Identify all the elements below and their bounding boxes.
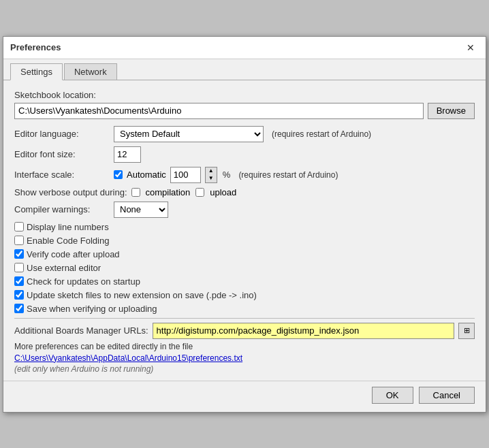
- tab-settings[interactable]: Settings: [10, 63, 63, 80]
- verify-code-label: Verify code after upload: [27, 249, 120, 259]
- editor-language-note: (requires restart of Arduino): [272, 129, 371, 139]
- editor-font-size-row: Editor font size:: [14, 146, 475, 163]
- ok-button[interactable]: OK: [372, 387, 413, 404]
- verbose-label: Show verbose output during:: [14, 187, 127, 197]
- verify-code-checkbox[interactable]: [14, 249, 24, 259]
- additional-boards-row: Additional Boards Manager URLs: ⊞: [14, 323, 475, 339]
- percent-label: %: [223, 170, 231, 180]
- tab-network[interactable]: Network: [64, 63, 117, 80]
- save-verifying-label: Save when verifying or uploading: [27, 304, 157, 314]
- display-line-numbers-label: Display line numbers: [27, 222, 109, 232]
- editor-font-size-label: Editor font size:: [14, 149, 110, 159]
- editor-language-label: Editor language:: [14, 129, 110, 139]
- dialog-title: Preferences: [10, 42, 61, 52]
- use-external-editor-row[interactable]: Use external editor: [14, 263, 475, 273]
- scale-auto-checkbox[interactable]: [114, 170, 123, 179]
- enable-code-folding-label: Enable Code Folding: [27, 236, 109, 246]
- settings-panel: Sketchbook location: Browse Editor langu…: [3, 80, 486, 381]
- update-sketch-row[interactable]: Update sketch files to new extension on …: [14, 290, 475, 300]
- tabs-bar: Settings Network: [3, 59, 486, 80]
- cancel-button[interactable]: Cancel: [419, 387, 475, 404]
- verbose-compilation-label: compilation: [146, 187, 191, 197]
- preferences-dialog: Preferences ✕ Settings Network Sketchboo…: [3, 36, 486, 413]
- enable-code-folding-row[interactable]: Enable Code Folding: [14, 236, 475, 246]
- compiler-warnings-row: Compiler warnings: None: [14, 202, 475, 218]
- scale-spinner: ▲ ▼: [205, 167, 217, 183]
- scale-up-button[interactable]: ▲: [206, 167, 217, 175]
- browse-button[interactable]: Browse: [428, 103, 475, 119]
- use-external-editor-label: Use external editor: [27, 263, 101, 273]
- scale-auto-label: Automatic: [127, 170, 166, 180]
- verify-code-row[interactable]: Verify code after upload: [14, 249, 475, 259]
- editor-language-select[interactable]: System Default: [114, 126, 264, 142]
- scale-restart-note: (requires restart of Arduino): [238, 170, 338, 180]
- verbose-options: compilation upload: [131, 187, 237, 197]
- additional-boards-label: Additional Boards Manager URLs:: [14, 325, 148, 336]
- display-line-numbers-row[interactable]: Display line numbers: [14, 222, 475, 232]
- check-updates-row[interactable]: Check for updates on startup: [14, 276, 475, 287]
- scale-value-input[interactable]: [170, 167, 201, 183]
- edit-note: (edit only when Arduino is not running): [14, 364, 475, 374]
- verbose-upload-checkbox[interactable]: [195, 188, 204, 197]
- prefs-file-link[interactable]: C:\Users\Vyankatesh\AppData\Local\Arduin…: [14, 353, 242, 363]
- verbose-upload-label: upload: [210, 187, 236, 197]
- update-sketch-checkbox[interactable]: [14, 290, 24, 300]
- editor-font-size-input[interactable]: [114, 146, 141, 163]
- update-sketch-label: Update sketch files to new extension on …: [27, 290, 257, 300]
- save-verifying-row[interactable]: Save when verifying or uploading: [14, 304, 475, 314]
- compiler-warnings-select[interactable]: None: [114, 202, 168, 218]
- interface-scale-label: Interface scale:: [14, 170, 110, 180]
- compiler-warnings-label: Compiler warnings:: [14, 204, 110, 214]
- sketchbook-section: Sketchbook location: Browse: [14, 90, 475, 119]
- editor-language-row: Editor language: System Default (require…: [14, 126, 475, 142]
- save-verifying-checkbox[interactable]: [14, 304, 24, 313]
- check-updates-checkbox[interactable]: [14, 276, 24, 286]
- more-prefs-text: More preferences can be edited directly …: [14, 342, 475, 351]
- sketchbook-input[interactable]: [14, 103, 424, 119]
- check-updates-label: Check for updates on startup: [27, 276, 140, 287]
- interface-scale-row: Interface scale: Automatic ▲ ▼ % (requir…: [14, 167, 475, 183]
- display-line-numbers-checkbox[interactable]: [14, 222, 24, 231]
- scale-controls: Automatic ▲ ▼ % (requires restart of Ard…: [114, 167, 338, 183]
- verbose-compilation-checkbox[interactable]: [131, 188, 140, 197]
- additional-boards-input[interactable]: [153, 323, 454, 339]
- dialog-footer: OK Cancel: [3, 381, 486, 412]
- sketchbook-input-row: Browse: [14, 103, 475, 119]
- additional-boards-button[interactable]: ⊞: [458, 323, 475, 339]
- sketchbook-label: Sketchbook location:: [14, 90, 475, 100]
- enable-code-folding-checkbox[interactable]: [14, 236, 24, 245]
- verbose-row: Show verbose output during: compilation …: [14, 187, 475, 197]
- divider: [14, 318, 475, 319]
- close-button[interactable]: ✕: [462, 41, 479, 54]
- title-bar: Preferences ✕: [3, 37, 486, 59]
- use-external-editor-checkbox[interactable]: [14, 263, 24, 272]
- scale-down-button[interactable]: ▼: [206, 175, 217, 182]
- prefs-file-path: C:\Users\Vyankatesh\AppData\Local\Arduin…: [14, 353, 475, 363]
